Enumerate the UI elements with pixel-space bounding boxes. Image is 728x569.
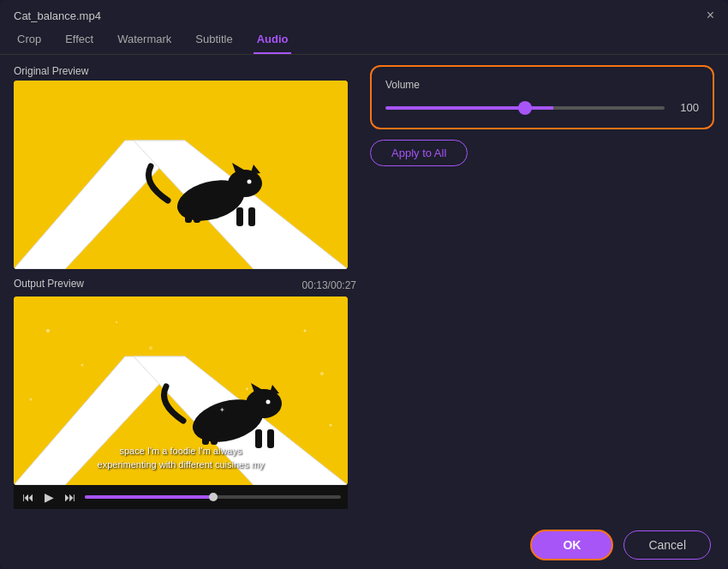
svg-rect-31 [211, 429, 218, 445]
tab-crop[interactable]: Crop [14, 27, 45, 54]
subtitle-line-1: space I'm a foodie I'm always [22, 445, 339, 458]
slider-row: 100 [385, 101, 699, 114]
output-preview-label: Output Preview [14, 278, 84, 290]
right-panel: Volume 100 Apply to All [370, 65, 714, 511]
rewind-button[interactable]: ⏮ [21, 488, 36, 506]
ok-button[interactable]: OK [530, 530, 613, 560]
svg-text:✦: ✦ [189, 399, 194, 404]
left-panel: Original Preview [14, 65, 356, 511]
svg-rect-7 [236, 207, 243, 226]
svg-text:✦: ✦ [219, 406, 225, 414]
volume-value: 100 [675, 101, 699, 114]
svg-rect-32 [202, 429, 209, 445]
tab-watermark[interactable]: Watermark [114, 27, 175, 54]
svg-text:✦: ✦ [245, 386, 249, 392]
svg-point-19 [320, 372, 324, 375]
tabs-bar: Crop Effect Watermark Subtitle Audio [0, 27, 728, 55]
progress-fill [85, 495, 213, 499]
original-preview-label: Original Preview [14, 65, 356, 77]
tab-audio[interactable]: Audio [254, 27, 292, 54]
svg-point-16 [116, 321, 117, 323]
output-preview-header: Output Preview 00:13/00:27 [14, 278, 356, 293]
play-button[interactable]: ▶ [43, 488, 56, 506]
bottom-bar: OK Cancel [0, 521, 728, 569]
svg-point-15 [30, 398, 33, 401]
main-content: Original Preview [0, 55, 728, 521]
original-preview-video [14, 81, 348, 269]
svg-rect-8 [248, 207, 255, 226]
svg-point-14 [81, 364, 84, 367]
svg-point-22 [330, 424, 332, 427]
main-dialog: Cat_balance.mp4 × Crop Effect Watermark … [0, 0, 728, 569]
subtitle-overlay: space I'm a foodie I'm always experiment… [14, 445, 348, 471]
output-timestamp: 00:13/00:27 [302, 279, 356, 291]
step-forward-button[interactable]: ⏭ [63, 488, 78, 506]
svg-point-17 [149, 346, 152, 350]
progress-thumb [209, 493, 218, 501]
volume-label: Volume [385, 79, 699, 91]
svg-rect-9 [194, 207, 200, 223]
tab-effect[interactable]: Effect [62, 27, 97, 54]
output-preview-container: ✦ ✦ ✦ space I'm a foodie I'm always expe… [14, 296, 348, 509]
output-preview-video: ✦ ✦ ✦ space I'm a foodie I'm always expe… [14, 296, 348, 485]
apply-to-all-button[interactable]: Apply to All [370, 140, 468, 166]
progress-bar[interactable] [85, 495, 341, 499]
original-preview-svg [14, 81, 348, 269]
svg-point-33 [266, 400, 271, 404]
original-preview-section: Original Preview [14, 65, 356, 269]
subtitle-line-2: experimenting with different cuisines my [22, 458, 339, 471]
close-button[interactable]: × [707, 9, 714, 22]
title-bar: Cat_balance.mp4 × [0, 0, 728, 27]
svg-point-4 [228, 170, 262, 197]
svg-rect-10 [185, 207, 192, 223]
volume-box: Volume 100 [370, 65, 714, 129]
dialog-title: Cat_balance.mp4 [14, 9, 101, 22]
cancel-button[interactable]: Cancel [624, 530, 711, 560]
output-preview-section: Output Preview 00:13/00:27 [14, 278, 356, 509]
tab-subtitle[interactable]: Subtitle [192, 27, 236, 54]
original-preview-container [14, 81, 348, 269]
svg-point-18 [304, 330, 307, 332]
svg-point-13 [46, 329, 50, 332]
svg-point-11 [248, 180, 252, 184]
volume-slider[interactable] [385, 106, 665, 110]
video-controls: ⏮ ▶ ⏭ [14, 485, 348, 509]
